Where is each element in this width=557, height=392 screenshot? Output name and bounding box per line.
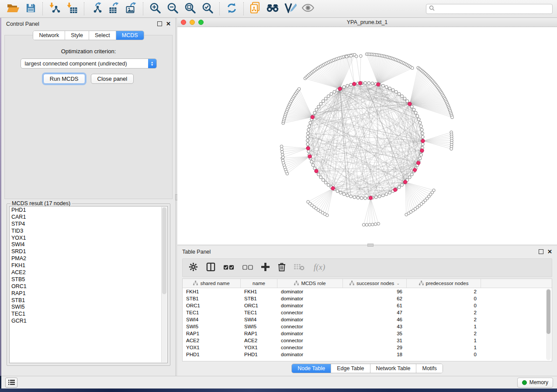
close-table-panel-icon[interactable]: ✕	[547, 249, 552, 254]
cell-successor-nodes: 62	[343, 295, 407, 302]
select-all-icon	[224, 264, 234, 272]
deselect-all-button[interactable]	[242, 264, 253, 272]
gear-button[interactable]	[189, 262, 198, 273]
table-row[interactable]: RAP1RAP1dominator352	[183, 330, 552, 337]
select-all-button[interactable]	[224, 264, 234, 272]
memory-button[interactable]: Memory	[517, 378, 553, 388]
tab-mcds[interactable]: MCDS	[116, 31, 144, 40]
add-button[interactable]	[261, 263, 270, 273]
mcds-result-title: MCDS result (17 nodes)	[10, 200, 72, 206]
close-panel-icon[interactable]: ✕	[166, 21, 171, 26]
mcds-result-item[interactable]: ACE2	[11, 269, 160, 276]
tab-select[interactable]: Select	[89, 31, 116, 40]
float-table-panel-icon[interactable]	[539, 249, 543, 254]
import-table-button[interactable]	[63, 1, 81, 16]
cell-successor-nodes: 31	[343, 337, 407, 344]
open-session-button[interactable]	[4, 1, 22, 16]
function-button[interactable]: f(x)	[313, 262, 328, 274]
cell-shared-name: YOX1	[183, 344, 241, 351]
zoom-selected-button[interactable]	[199, 1, 216, 16]
cell-successor-nodes: 29	[343, 344, 407, 351]
search-network-button[interactable]	[264, 1, 282, 16]
cell-MCDS-role: dominator	[277, 351, 343, 358]
mcds-result-list[interactable]: PHD1CAR1STP4TID3YOX1SWI4SRD1PMA2FKH1ACE2…	[9, 206, 168, 363]
run-mcds-button[interactable]: Run MCDS	[43, 74, 85, 84]
float-panel-icon[interactable]	[157, 21, 162, 26]
import-network-button[interactable]	[46, 1, 63, 16]
attribute-icon	[349, 281, 354, 286]
column-header-MCDS-role[interactable]: MCDS role	[277, 279, 343, 288]
cell-successor-nodes: 96	[343, 288, 407, 295]
mcds-result-item[interactable]: GCR1	[11, 318, 160, 325]
table-row[interactable]: ACE2ACE2connector311	[183, 337, 552, 344]
column-header-name[interactable]: name	[241, 279, 277, 288]
mcds-result-item[interactable]: SRD1	[11, 248, 160, 255]
mcds-result-item[interactable]: SWI5	[11, 304, 160, 311]
mcds-result-item[interactable]: PMA2	[11, 255, 160, 262]
search-input[interactable]	[436, 6, 550, 12]
cell-predecessor-nodes: 1	[407, 337, 481, 344]
criterion-select[interactable]: largest connected component (undirected)…	[21, 58, 157, 69]
tab-network[interactable]: Network	[33, 31, 65, 40]
mcds-result-item[interactable]: FKH1	[11, 262, 160, 269]
mcds-result-item[interactable]: ORC1	[11, 283, 160, 290]
close-panel-button[interactable]: Close panel	[91, 74, 134, 84]
gear-icon	[189, 265, 198, 273]
cell-name: TEC1	[241, 309, 277, 316]
tab-node-table[interactable]: Node Table	[292, 364, 331, 373]
table-row[interactable]: PHD1PHD1dominator180	[183, 351, 552, 358]
vizmapper-button[interactable]	[282, 1, 299, 16]
list-scrollbar[interactable]	[161, 207, 167, 362]
table-row[interactable]: FKH1FKH1dominator962	[183, 288, 552, 295]
columns-icon	[206, 265, 215, 273]
mcds-result-item[interactable]: PHD1	[11, 207, 160, 214]
export-table-button[interactable]	[105, 1, 122, 16]
zoom-out-button[interactable]	[164, 1, 181, 16]
save-session-button[interactable]	[22, 1, 39, 16]
table-row[interactable]: SWI4SWI4dominator462	[183, 316, 552, 323]
table-row[interactable]: STB1STB1dominator620	[183, 295, 552, 302]
tab-network-table[interactable]: Network Table	[370, 364, 417, 373]
mcds-result-item[interactable]: YOX1	[11, 235, 160, 242]
mcds-result-item[interactable]: TEC1	[11, 311, 160, 318]
columns-button[interactable]	[206, 262, 215, 273]
mcds-result-item[interactable]: CAR1	[11, 214, 160, 221]
refresh-button[interactable]	[223, 1, 240, 16]
mcds-result-item[interactable]: SWI4	[11, 241, 160, 248]
table-scrollbar[interactable]	[546, 289, 551, 360]
mcds-result-item[interactable]: STP4	[11, 221, 160, 228]
table-row[interactable]: TEC1TEC1connector472	[183, 309, 552, 316]
cell-shared-name: ACE2	[183, 337, 241, 344]
mcds-result-item[interactable]: STB1	[11, 297, 160, 304]
export-network-button[interactable]	[87, 1, 105, 16]
tab-style[interactable]: Style	[65, 31, 89, 40]
cell-shared-name: ORC1	[183, 302, 241, 309]
mcds-result-item[interactable]: TID3	[11, 228, 160, 235]
column-label: predecessor nodes	[426, 281, 469, 286]
table-row[interactable]: YOX1YOX1connector291	[183, 344, 552, 351]
mcds-result-item[interactable]: STB5	[11, 276, 160, 283]
network-window-titlebar[interactable]: YPA_prune.txt_1	[177, 18, 557, 27]
panel-divider-horizontal[interactable]	[177, 244, 557, 246]
attribute-icon	[419, 281, 424, 286]
table-row[interactable]: ORC1ORC1dominator610	[183, 302, 552, 309]
clone-network-button[interactable]	[247, 1, 264, 16]
cell-shared-name: FKH1	[183, 288, 241, 295]
column-header-shared-name[interactable]: shared name	[183, 279, 241, 288]
task-history-button[interactable]	[5, 378, 17, 388]
export-image-button[interactable]	[122, 1, 140, 16]
table-row[interactable]: SWI5SWI5connector431	[183, 323, 552, 330]
trash-button[interactable]	[278, 262, 286, 273]
zoom-fit-button[interactable]	[181, 1, 199, 16]
zoom-in-button[interactable]	[146, 1, 164, 16]
tab-edge-table[interactable]: Edge Table	[331, 364, 370, 373]
delete-table-button[interactable]	[294, 263, 304, 272]
column-header-predecessor-nodes[interactable]: predecessor nodes	[407, 279, 481, 288]
search-box[interactable]	[426, 4, 553, 14]
network-canvas[interactable]	[177, 27, 557, 244]
column-header-successor-nodes[interactable]: successor nodes⌄	[343, 279, 407, 288]
mcds-result-item[interactable]: RAP1	[11, 290, 160, 297]
show-graphics-button[interactable]	[299, 1, 317, 16]
column-header-filler	[481, 279, 552, 288]
tab-motifs[interactable]: Motifs	[416, 364, 442, 373]
